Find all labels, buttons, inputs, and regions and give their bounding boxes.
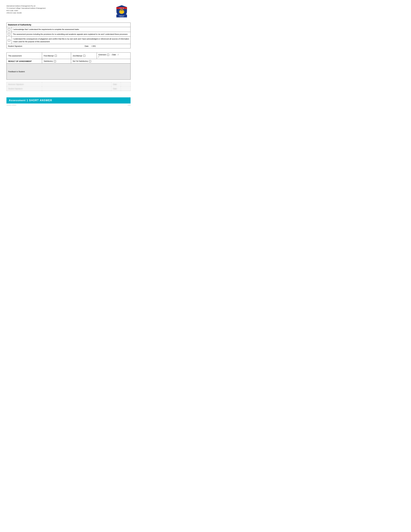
student-signature-label: Student Signature: (8, 45, 23, 47)
checkbox-cell-2[interactable] (7, 32, 12, 37)
org-line3: RTO Code: 31897 (6, 10, 46, 12)
feedback-label: Feedback to Student: (8, 71, 25, 73)
extension-date-slash: / (118, 54, 118, 56)
extension-date-label: – Date: (111, 54, 116, 56)
authenticity-row2: The assessment process including the pro… (12, 32, 131, 37)
assessment-banner-title: Assessment 1 SHORT ANSWER (9, 99, 52, 102)
org-line2: T/A American College / International Ins… (6, 7, 46, 9)
footer-page: 1/25 (128, 104, 131, 106)
assessor-signature-label-cell: Assessor Signature: (7, 82, 42, 86)
second-attempt-checkbox[interactable] (83, 55, 85, 57)
this-assessment-label: This assessment: (8, 55, 22, 57)
assessor-signature-label: Assessor Signature: (8, 83, 24, 85)
org-info: International Institute of Management Pt… (6, 5, 46, 14)
assessor-signature-field (42, 82, 111, 86)
extension-cell: Extension – Date: / / (97, 53, 131, 59)
student-date-label: Date: (113, 88, 117, 90)
page-header: International Institute of Management Pt… (6, 5, 131, 18)
date-label: Date: (85, 45, 89, 47)
not-yet-satisfactory-cell: Not Yet Satisfactory (71, 59, 131, 64)
student-date-label-cell: Date: (111, 86, 121, 91)
result-label-cell: RESULT OF ASSESSMENT (7, 59, 42, 64)
first-attempt-cell: First Attempt (42, 53, 71, 59)
extension-date-line2: / (98, 56, 99, 58)
first-attempt-checkbox[interactable] (55, 55, 57, 57)
satisfactory-checkbox[interactable] (54, 60, 56, 62)
svg-text:COLLEGE: COLLEGE (120, 16, 124, 17)
extension-label: Extension (98, 54, 106, 56)
feedback-cell: Feedback to Student: (7, 64, 131, 80)
assessor-date-label: Date: (113, 83, 117, 85)
first-attempt-label: First Attempt (44, 55, 54, 57)
checkbox-cell-1[interactable] (7, 27, 12, 32)
authenticity-row3: I understand the consequences of plagiar… (12, 37, 131, 44)
assessor-date-value-cell (121, 82, 131, 86)
student-signature-label-cell: Student Signature: (7, 86, 42, 91)
org-line4: CRICOS Code: 03149K (6, 12, 46, 14)
page-footer: Version 1/2024 1/25 (6, 104, 131, 106)
second-attempt-cell: 2nd Attempt (71, 53, 97, 59)
student-sig-label: Student Signature: (8, 88, 23, 90)
svg-text:★ ★ ★: ★ ★ ★ (120, 8, 124, 9)
satisfactory-cell: Satisfactory (42, 59, 71, 64)
assessment-banner: Assessment 1 SHORT ANSWER (6, 97, 131, 104)
result-of-assessment-label: RESULT OF ASSESSMENT (8, 60, 32, 62)
date-value: / /201 (91, 45, 96, 47)
this-assessment-cell: This assessment: (7, 53, 42, 59)
not-yet-checkbox[interactable] (89, 60, 91, 62)
student-date-value-cell (121, 86, 131, 91)
checkbox-2[interactable] (8, 33, 10, 35)
assessor-date-cell: Date: (111, 82, 121, 86)
checkbox-3[interactable] (8, 39, 10, 41)
checkbox-cell-3[interactable] (7, 37, 12, 44)
authenticity-row1: I acknowledge that I understand the requ… (12, 27, 131, 32)
authenticity-title: Statement of Authenticity (7, 23, 131, 27)
org-line1: International Institute of Management Pt… (6, 5, 46, 7)
not-yet-label: Not Yet Satisfactory (73, 60, 88, 62)
signature-date-row: Student Signature: Date: / /201 (7, 44, 131, 48)
student-signature-field (42, 86, 111, 91)
authenticity-table: Statement of Authenticity I acknowledge … (6, 23, 131, 48)
college-logo-icon: ★ ★ ★ AMERICAN COLLEGE (116, 5, 127, 18)
logo-container: ★ ★ ★ AMERICAN COLLEGE (116, 5, 127, 18)
checkbox-1[interactable] (8, 28, 10, 30)
assessment-table: This assessment: First Attempt 2nd Attem… (6, 52, 131, 80)
footer-version: Version 1/2024 (6, 104, 16, 106)
blurred-signature-table: Assessor Signature: Date: Student Signat… (6, 82, 131, 91)
second-attempt-label: 2nd Attempt (73, 55, 82, 57)
extension-checkbox[interactable] (107, 54, 109, 56)
satisfactory-label: Satisfactory (44, 60, 53, 62)
